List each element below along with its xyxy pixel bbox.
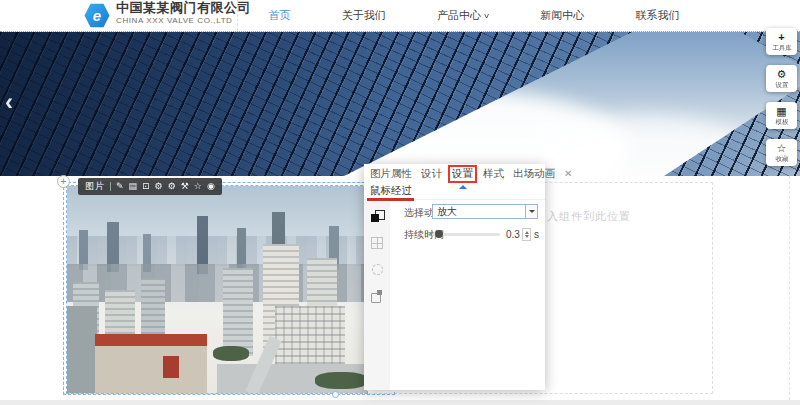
dashed-circle-icon[interactable]: [372, 264, 383, 275]
resize-handle[interactable]: [332, 391, 339, 398]
selection-box: +: [63, 182, 395, 395]
toolbar-button-label: 设置: [775, 80, 788, 87]
tab-style[interactable]: 样式: [483, 167, 504, 181]
editor-panel: 图片属性 设计 设置 样式 出场动画 ✕ 鼠标经过 选择动画 放大 持续时间: [364, 164, 545, 390]
editor-side-toolbar: + 工具库 ⚙ 设置 ▦ 模板 ☆ 收藏: [766, 28, 797, 166]
add-element-handle[interactable]: +: [57, 175, 70, 188]
toolbar-button-label: 工具库: [772, 43, 792, 50]
logo-letter: e: [93, 7, 101, 24]
duration-slider[interactable]: [432, 233, 500, 236]
image-toolbar: 图片 ✎ ▤ ⊡ ⚙ ⚙ ⚒ ☆ ◉: [78, 178, 222, 195]
gear-icon: ⚙: [777, 69, 787, 80]
duration-stepper[interactable]: [522, 228, 531, 241]
tab-image-properties[interactable]: 图片属性: [370, 167, 412, 181]
editor-app: e 中国某某阀门有限公司 CHINA XXX VALVE CO.,LTD 首页 …: [0, 0, 800, 405]
star-icon: ☆: [777, 143, 787, 154]
active-subtab-underline: [367, 198, 414, 201]
tab-design[interactable]: 设计: [421, 167, 442, 181]
favorite-icon[interactable]: ☆: [194, 182, 202, 191]
select-dropdown-button[interactable]: [525, 205, 537, 218]
company-name-cn: 中国某某阀门有限公司: [116, 1, 251, 16]
tools-icon[interactable]: ⚒: [181, 182, 189, 191]
hero-banner: ‹: [0, 31, 800, 176]
layers-icon[interactable]: [371, 210, 383, 222]
page-bottom-margin: [0, 400, 800, 405]
panel-tab-bar: 图片属性 设计 设置 样式 出场动画 ✕: [364, 164, 545, 183]
duration-value: 0.3: [506, 229, 520, 240]
nav-item-products[interactable]: 产品中心 ∨: [437, 8, 489, 23]
carousel-prev-button[interactable]: ‹: [5, 90, 13, 114]
nav-item-contact[interactable]: 联系我们: [635, 8, 679, 23]
toolbar-button-label: 收藏: [775, 154, 788, 161]
nav-item-products-label: 产品中心: [437, 8, 481, 23]
nav-item-about[interactable]: 关于我们: [342, 8, 386, 23]
edit-icon[interactable]: ✎: [116, 182, 124, 191]
crop-icon[interactable]: ⊡: [142, 182, 150, 191]
nav-item-news[interactable]: 新闻中心: [540, 8, 584, 23]
stepper-down-icon: [525, 235, 529, 240]
subtab-mouse-over[interactable]: 鼠标经过: [370, 184, 412, 198]
effects-icon[interactable]: ⚙: [168, 182, 176, 191]
company-name: 中国某某阀门有限公司 CHINA XXX VALVE CO.,LTD: [116, 1, 251, 25]
animation-select-value: 放大: [433, 205, 525, 219]
toolbar-divider: [110, 182, 111, 191]
chevron-down-icon: ∨: [483, 12, 490, 20]
replace-image-icon[interactable]: ▤: [129, 182, 138, 191]
company-name-en: CHINA XXX VALVE CO.,LTD: [116, 16, 251, 25]
toolbar-button-settings[interactable]: ⚙ 设置: [766, 65, 797, 92]
duration-unit: s: [534, 229, 539, 240]
slider-handle[interactable]: [435, 230, 443, 238]
settings-icon[interactable]: ⚙: [155, 182, 163, 191]
stepper-up-icon: [525, 229, 529, 234]
tab-settings[interactable]: 设置: [448, 165, 477, 183]
nav-item-home[interactable]: 首页: [269, 8, 291, 23]
panel-subtab-bar: 鼠标经过: [364, 183, 545, 200]
copy-icon[interactable]: [371, 290, 383, 302]
page-edge-guide: [789, 176, 790, 405]
animation-select[interactable]: 放大: [432, 204, 538, 219]
visibility-icon[interactable]: ◉: [207, 182, 215, 191]
image-toolbar-label: 图片: [85, 180, 105, 193]
template-icon: ▦: [776, 106, 786, 117]
toolbar-button-label: 模板: [775, 117, 788, 124]
tab-entrance-animation[interactable]: 出场动画: [513, 167, 555, 181]
toolbar-button-favorites[interactable]: ☆ 收藏: [766, 139, 797, 166]
panel-icon-strip: [364, 202, 390, 390]
panel-body: 选择动画 放大 持续时间 0.3 s: [364, 202, 545, 390]
company-logo: e: [84, 3, 110, 28]
close-icon[interactable]: ✕: [564, 168, 572, 179]
toolbar-button-templates[interactable]: ▦ 模板: [766, 102, 797, 129]
caret-down-icon: [529, 210, 535, 216]
dropzone-placeholder: 入组件到此位置: [547, 209, 631, 224]
plus-icon: +: [778, 32, 784, 43]
section-divider: [237, 0, 238, 31]
main-nav: 首页 关于我们 产品中心 ∨ 新闻中心 联系我们: [243, 0, 705, 31]
grid-icon[interactable]: [371, 237, 383, 249]
toolbar-button-widgets[interactable]: + 工具库: [766, 28, 797, 55]
site-header: e 中国某某阀门有限公司 CHINA XXX VALVE CO.,LTD 首页 …: [0, 0, 800, 31]
